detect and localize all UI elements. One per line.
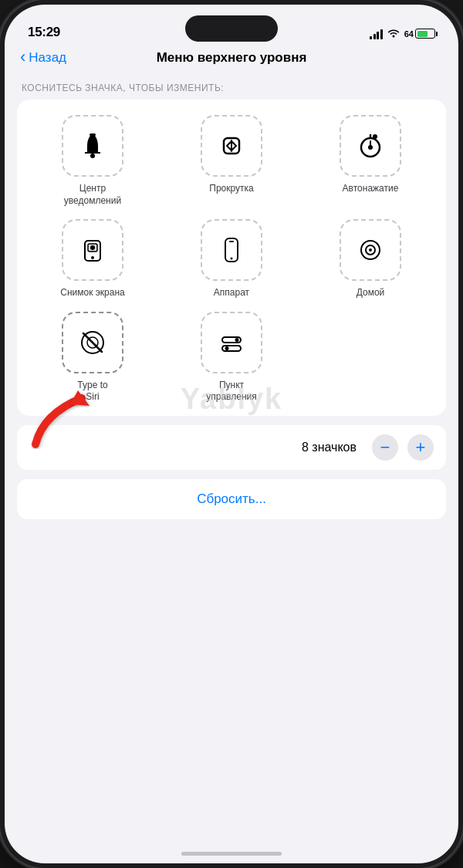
icon-label-autonajatie: Автонажатие <box>343 183 399 195</box>
svg-line-15 <box>83 333 102 352</box>
icon-box-control-center <box>201 312 262 373</box>
icon-box-type-to-siri <box>62 312 123 373</box>
phone-frame: 15:29 64 <box>0 0 463 868</box>
svg-point-0 <box>90 154 95 158</box>
icon-box-scroll <box>201 115 262 177</box>
icon-item-type-to-siri[interactable]: Type toSiri <box>29 312 156 404</box>
icon-item-control-center[interactable]: Пунктуправления <box>168 312 295 404</box>
icon-box-screenshot <box>62 219 123 281</box>
svg-point-12 <box>231 258 233 260</box>
dynamic-island <box>185 15 278 42</box>
svg-point-19 <box>369 248 372 252</box>
svg-point-10 <box>90 245 95 250</box>
icon-item-autonajatie[interactable]: Автонажатие <box>307 115 434 207</box>
icon-item-scroll[interactable]: Прокрутка <box>168 115 295 207</box>
page-title: Меню верхнего уровня <box>157 50 307 66</box>
svg-point-4 <box>373 134 377 139</box>
icon-box-apparat <box>201 219 262 281</box>
svg-rect-1 <box>90 133 96 136</box>
icon-box-notifications <box>62 115 123 177</box>
back-button[interactable]: ‹ Назад <box>20 49 66 66</box>
icon-item-notifications[interactable]: Центруведомлений <box>29 115 156 207</box>
reset-card: Сбросить... <box>17 479 446 519</box>
home-indicator <box>181 852 282 856</box>
icon-label-control-center: Пунктуправления <box>206 380 256 404</box>
icon-item-home[interactable]: Домой <box>307 219 434 299</box>
icon-box-autonajatie <box>340 115 401 177</box>
svg-rect-13 <box>229 241 234 242</box>
svg-point-5 <box>368 145 373 150</box>
wifi-icon <box>387 27 400 40</box>
battery-percent: 64 <box>404 29 414 39</box>
icons-grid: Центруведомлений Прокрутка <box>29 115 434 404</box>
phone-screen: 15:29 64 <box>5 5 458 863</box>
icon-item-screenshot[interactable]: Снимок экрана <box>29 219 156 299</box>
nav-bar: ‹ Назад Меню верхнего уровня <box>5 46 458 73</box>
scroll-icon <box>216 130 247 161</box>
back-chevron-icon: ‹ <box>20 49 25 66</box>
bell-icon <box>77 130 108 161</box>
icon-label-scroll: Прокрутка <box>209 183 253 195</box>
battery-icon: 64 <box>404 29 435 39</box>
siri-no-icon <box>77 327 108 358</box>
minus-button[interactable]: − <box>372 434 398 461</box>
svg-point-21 <box>235 338 239 342</box>
toggles-icon <box>216 327 247 358</box>
plus-button[interactable]: + <box>407 434 434 461</box>
section-hint: КОСНИТЕСЬ ЗНАЧКА, ЧТОБЫ ИЗМЕНИТЬ: <box>17 83 446 93</box>
battery-fill <box>417 31 428 37</box>
autonajatie-icon <box>355 130 386 161</box>
back-label: Назад <box>29 50 66 66</box>
icon-label-notifications: Центруведомлений <box>64 183 121 207</box>
status-time: 15:29 <box>28 25 60 40</box>
signal-bars-icon <box>370 29 383 39</box>
counter-row: 8 значков − + <box>17 425 446 470</box>
reset-button[interactable]: Сбросить... <box>197 491 266 506</box>
signal-bar-4 <box>380 29 383 39</box>
signal-bar-2 <box>373 34 376 39</box>
content-area: КОСНИТЕСЬ ЗНАЧКА, ЧТОБЫ ИЗМЕНИТЬ: <box>5 73 458 519</box>
svg-point-8 <box>91 256 94 259</box>
svg-point-23 <box>225 346 229 350</box>
icon-item-apparat[interactable]: Аппарат <box>168 219 295 299</box>
icon-label-screenshot: Снимок экрана <box>60 287 125 299</box>
status-icons: 64 <box>370 27 435 40</box>
phone-outline-icon <box>216 235 247 265</box>
icon-box-home <box>340 219 401 281</box>
battery-body <box>415 29 435 39</box>
icon-label-apparat: Аппарат <box>214 287 249 299</box>
icon-label-type-to-siri: Type toSiri <box>77 380 107 404</box>
counter-label: 8 значков <box>29 441 357 454</box>
signal-bar-3 <box>377 32 379 39</box>
home-icon <box>355 235 386 265</box>
icons-grid-card: Центруведомлений Прокрутка <box>17 100 446 416</box>
icon-label-home: Домой <box>357 287 385 299</box>
screenshot-icon <box>77 235 108 265</box>
signal-bar-1 <box>370 36 372 39</box>
